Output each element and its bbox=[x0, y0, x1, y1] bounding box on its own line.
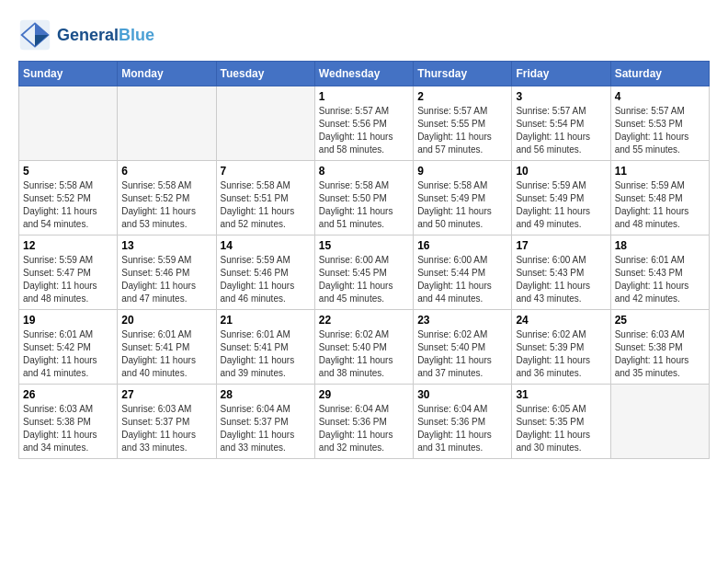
calendar-cell: 21Sunrise: 6:01 AM Sunset: 5:41 PM Dayli… bbox=[216, 310, 314, 385]
calendar-cell: 17Sunrise: 6:00 AM Sunset: 5:43 PM Dayli… bbox=[512, 236, 610, 310]
calendar-cell: 26Sunrise: 6:03 AM Sunset: 5:38 PM Dayli… bbox=[19, 385, 118, 459]
day-info: Sunrise: 5:58 AM Sunset: 5:51 PM Dayligh… bbox=[221, 179, 311, 231]
day-info: Sunrise: 5:58 AM Sunset: 5:49 PM Dayligh… bbox=[417, 179, 507, 231]
header-wednesday: Wednesday bbox=[314, 62, 413, 86]
day-info: Sunrise: 5:59 AM Sunset: 5:46 PM Dayligh… bbox=[221, 254, 311, 305]
day-info: Sunrise: 6:05 AM Sunset: 5:35 PM Dayligh… bbox=[516, 403, 606, 454]
calendar-cell: 5Sunrise: 5:58 AM Sunset: 5:52 PM Daylig… bbox=[19, 161, 118, 236]
header-sunday: Sunday bbox=[19, 62, 118, 86]
day-info: Sunrise: 6:02 AM Sunset: 5:39 PM Dayligh… bbox=[516, 328, 606, 380]
week-row-1: 5Sunrise: 5:58 AM Sunset: 5:52 PM Daylig… bbox=[19, 161, 710, 236]
calendar-cell: 20Sunrise: 6:01 AM Sunset: 5:41 PM Dayli… bbox=[118, 310, 216, 385]
calendar-cell: 24Sunrise: 6:02 AM Sunset: 5:39 PM Dayli… bbox=[512, 310, 610, 385]
calendar-cell: 28Sunrise: 6:04 AM Sunset: 5:37 PM Dayli… bbox=[216, 385, 314, 459]
header: GeneralBlue bbox=[18, 18, 710, 52]
day-number: 10 bbox=[516, 165, 606, 178]
day-info: Sunrise: 5:58 AM Sunset: 5:50 PM Dayligh… bbox=[319, 179, 409, 231]
day-info: Sunrise: 5:59 AM Sunset: 5:46 PM Dayligh… bbox=[121, 254, 211, 305]
day-number: 28 bbox=[221, 388, 311, 401]
day-info: Sunrise: 5:58 AM Sunset: 5:52 PM Dayligh… bbox=[121, 179, 211, 231]
logo: GeneralBlue bbox=[18, 18, 154, 52]
day-info: Sunrise: 6:02 AM Sunset: 5:40 PM Dayligh… bbox=[417, 328, 507, 380]
calendar-cell: 9Sunrise: 5:58 AM Sunset: 5:49 PM Daylig… bbox=[414, 161, 512, 236]
calendar-cell: 19Sunrise: 6:01 AM Sunset: 5:42 PM Dayli… bbox=[19, 310, 118, 385]
calendar-cell: 7Sunrise: 5:58 AM Sunset: 5:51 PM Daylig… bbox=[216, 161, 314, 236]
day-info: Sunrise: 6:03 AM Sunset: 5:38 PM Dayligh… bbox=[23, 403, 113, 454]
calendar-cell: 16Sunrise: 6:00 AM Sunset: 5:44 PM Dayli… bbox=[414, 236, 512, 310]
day-number: 13 bbox=[121, 239, 211, 252]
day-number: 27 bbox=[121, 388, 211, 401]
header-thursday: Thursday bbox=[414, 62, 512, 86]
calendar-cell: 15Sunrise: 6:00 AM Sunset: 5:45 PM Dayli… bbox=[314, 236, 413, 310]
calendar-cell: 10Sunrise: 5:59 AM Sunset: 5:49 PM Dayli… bbox=[512, 161, 610, 236]
calendar-cell: 31Sunrise: 6:05 AM Sunset: 5:35 PM Dayli… bbox=[512, 385, 610, 459]
day-number: 5 bbox=[23, 165, 113, 178]
day-number: 7 bbox=[221, 165, 311, 178]
day-info: Sunrise: 5:59 AM Sunset: 5:49 PM Dayligh… bbox=[516, 179, 606, 231]
week-row-0: 1Sunrise: 5:57 AM Sunset: 5:56 PM Daylig… bbox=[19, 86, 710, 161]
calendar-cell: 23Sunrise: 6:02 AM Sunset: 5:40 PM Dayli… bbox=[414, 310, 512, 385]
calendar-cell bbox=[118, 86, 216, 161]
day-info: Sunrise: 6:01 AM Sunset: 5:43 PM Dayligh… bbox=[615, 254, 705, 305]
day-info: Sunrise: 6:01 AM Sunset: 5:42 PM Dayligh… bbox=[23, 328, 113, 380]
day-info: Sunrise: 5:57 AM Sunset: 5:54 PM Dayligh… bbox=[516, 105, 606, 156]
day-number: 1 bbox=[319, 90, 409, 103]
day-number: 12 bbox=[23, 239, 113, 252]
calendar-cell: 8Sunrise: 5:58 AM Sunset: 5:50 PM Daylig… bbox=[314, 161, 413, 236]
calendar-cell: 3Sunrise: 5:57 AM Sunset: 5:54 PM Daylig… bbox=[512, 86, 610, 161]
day-info: Sunrise: 6:00 AM Sunset: 5:43 PM Dayligh… bbox=[516, 254, 606, 305]
day-number: 18 bbox=[615, 239, 705, 252]
day-number: 20 bbox=[121, 314, 211, 327]
calendar-cell: 29Sunrise: 6:04 AM Sunset: 5:36 PM Dayli… bbox=[314, 385, 413, 459]
day-number: 22 bbox=[319, 314, 409, 327]
calendar: SundayMondayTuesdayWednesdayThursdayFrid… bbox=[18, 61, 710, 459]
calendar-cell: 22Sunrise: 6:02 AM Sunset: 5:40 PM Dayli… bbox=[314, 310, 413, 385]
calendar-cell: 4Sunrise: 5:57 AM Sunset: 5:53 PM Daylig… bbox=[610, 86, 709, 161]
day-info: Sunrise: 6:04 AM Sunset: 5:36 PM Dayligh… bbox=[417, 403, 507, 454]
day-number: 23 bbox=[417, 314, 507, 327]
header-monday: Monday bbox=[118, 62, 216, 86]
logo-text: GeneralBlue bbox=[57, 26, 154, 45]
day-number: 2 bbox=[417, 90, 507, 103]
day-number: 14 bbox=[221, 239, 311, 252]
calendar-cell: 30Sunrise: 6:04 AM Sunset: 5:36 PM Dayli… bbox=[414, 385, 512, 459]
logo-icon bbox=[18, 18, 51, 52]
calendar-cell: 18Sunrise: 6:01 AM Sunset: 5:43 PM Dayli… bbox=[610, 236, 709, 310]
calendar-cell: 11Sunrise: 5:59 AM Sunset: 5:48 PM Dayli… bbox=[610, 161, 709, 236]
calendar-cell: 1Sunrise: 5:57 AM Sunset: 5:56 PM Daylig… bbox=[314, 86, 413, 161]
day-number: 9 bbox=[417, 165, 507, 178]
calendar-cell: 13Sunrise: 5:59 AM Sunset: 5:46 PM Dayli… bbox=[118, 236, 216, 310]
calendar-cell bbox=[216, 86, 314, 161]
day-info: Sunrise: 6:01 AM Sunset: 5:41 PM Dayligh… bbox=[221, 328, 311, 380]
calendar-cell: 14Sunrise: 5:59 AM Sunset: 5:46 PM Dayli… bbox=[216, 236, 314, 310]
day-info: Sunrise: 6:00 AM Sunset: 5:45 PM Dayligh… bbox=[319, 254, 409, 305]
day-info: Sunrise: 6:00 AM Sunset: 5:44 PM Dayligh… bbox=[417, 254, 507, 305]
day-number: 6 bbox=[121, 165, 211, 178]
day-number: 31 bbox=[516, 388, 606, 401]
header-friday: Friday bbox=[512, 62, 610, 86]
week-row-2: 12Sunrise: 5:59 AM Sunset: 5:47 PM Dayli… bbox=[19, 236, 710, 310]
header-tuesday: Tuesday bbox=[216, 62, 314, 86]
day-info: Sunrise: 6:02 AM Sunset: 5:40 PM Dayligh… bbox=[319, 328, 409, 380]
day-info: Sunrise: 6:03 AM Sunset: 5:38 PM Dayligh… bbox=[615, 328, 705, 380]
calendar-cell: 12Sunrise: 5:59 AM Sunset: 5:47 PM Dayli… bbox=[19, 236, 118, 310]
day-number: 11 bbox=[615, 165, 705, 178]
day-number: 3 bbox=[516, 90, 606, 103]
day-info: Sunrise: 5:57 AM Sunset: 5:56 PM Dayligh… bbox=[319, 105, 409, 156]
day-number: 19 bbox=[23, 314, 113, 327]
calendar-cell: 27Sunrise: 6:03 AM Sunset: 5:37 PM Dayli… bbox=[118, 385, 216, 459]
day-info: Sunrise: 6:04 AM Sunset: 5:37 PM Dayligh… bbox=[221, 403, 311, 454]
day-number: 25 bbox=[615, 314, 705, 327]
day-info: Sunrise: 5:59 AM Sunset: 5:48 PM Dayligh… bbox=[615, 179, 705, 231]
day-number: 15 bbox=[319, 239, 409, 252]
calendar-cell bbox=[19, 86, 118, 161]
day-number: 8 bbox=[319, 165, 409, 178]
day-info: Sunrise: 6:01 AM Sunset: 5:41 PM Dayligh… bbox=[121, 328, 211, 380]
calendar-cell bbox=[610, 385, 709, 459]
day-number: 16 bbox=[417, 239, 507, 252]
day-number: 24 bbox=[516, 314, 606, 327]
calendar-cell: 25Sunrise: 6:03 AM Sunset: 5:38 PM Dayli… bbox=[610, 310, 709, 385]
day-number: 4 bbox=[615, 90, 705, 103]
day-info: Sunrise: 5:57 AM Sunset: 5:55 PM Dayligh… bbox=[417, 105, 507, 156]
header-saturday: Saturday bbox=[610, 62, 709, 86]
